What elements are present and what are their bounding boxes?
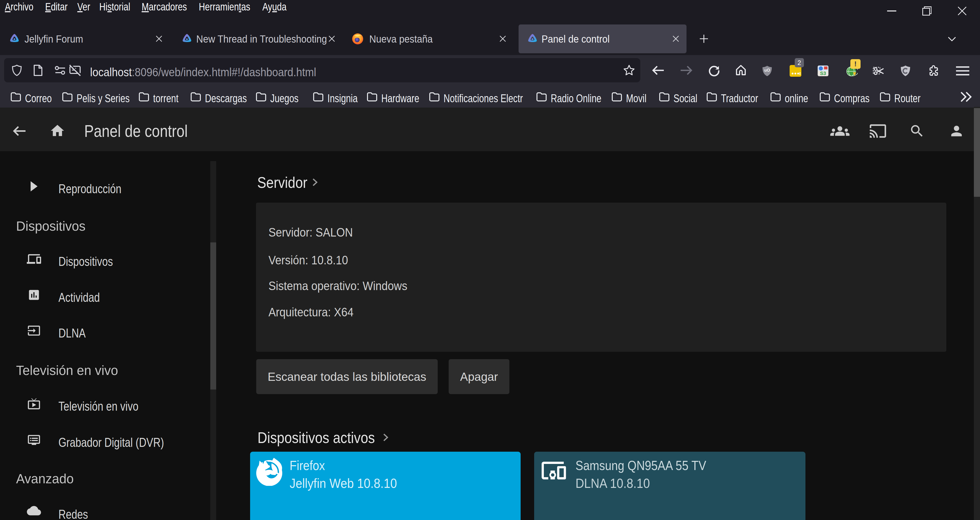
svg-text:S3: S3 [820,71,826,76]
svg-text:uO: uO [764,68,770,72]
